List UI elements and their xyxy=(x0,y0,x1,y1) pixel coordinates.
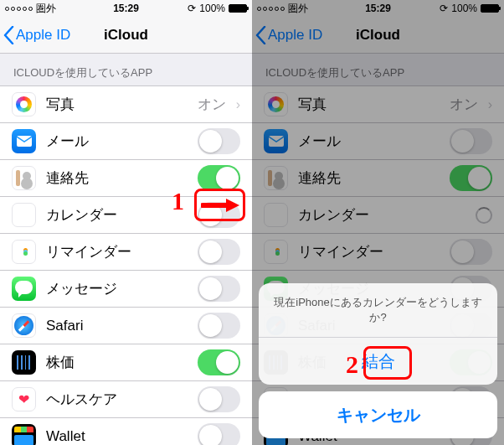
back-button[interactable]: Apple ID xyxy=(0,26,70,44)
mail-icon xyxy=(12,129,36,153)
switch-calendar[interactable] xyxy=(198,202,240,228)
clock: 15:29 xyxy=(0,3,252,14)
row-label: Wallet xyxy=(46,428,188,445)
switch-contacts[interactable] xyxy=(198,165,240,191)
section-header: ICLOUDを使用しているAPP xyxy=(0,54,252,85)
row-label: リマインダー xyxy=(46,242,188,261)
switch-mail[interactable] xyxy=(198,128,240,154)
switch-messages[interactable] xyxy=(198,276,240,302)
sheet-cancel[interactable]: キャンセル xyxy=(259,391,497,438)
phone-right: 圏外 15:29 ⟳100% Apple ID iCloud ICLOUDを使用… xyxy=(252,0,504,445)
nav-bar: Apple ID iCloud xyxy=(0,17,252,54)
row-label: メッセージ xyxy=(46,279,188,298)
switch-safari[interactable] xyxy=(198,313,240,339)
row-safari[interactable]: Safari xyxy=(0,308,252,344)
contacts-icon xyxy=(12,166,36,190)
row-label: Safari xyxy=(46,318,188,334)
app-list: 写真 オン › メール 連絡先 カレンダー リマインダー xyxy=(0,85,252,445)
row-calendar[interactable]: カレンダー xyxy=(0,197,252,234)
chevron-left-icon xyxy=(3,26,14,44)
row-label: メール xyxy=(46,132,188,151)
row-reminders[interactable]: リマインダー xyxy=(0,234,252,271)
row-label: 写真 xyxy=(46,95,188,114)
sheet-message: 現在iPhoneにあるカレンダーをどうしますか? xyxy=(259,283,497,338)
health-icon xyxy=(12,387,36,411)
back-label: Apple ID xyxy=(16,27,70,44)
row-label: ヘルスケア xyxy=(46,390,188,409)
row-label: カレンダー xyxy=(46,205,188,225)
switch-stocks[interactable] xyxy=(198,349,240,375)
sheet-action-merge[interactable]: 結合 xyxy=(259,338,497,385)
reminders-icon xyxy=(12,240,36,264)
row-contacts[interactable]: 連絡先 xyxy=(0,160,252,197)
row-label: 連絡先 xyxy=(46,168,188,188)
row-messages[interactable]: メッセージ xyxy=(0,271,252,308)
row-label: 株価 xyxy=(46,353,188,372)
status-bar: 圏外 15:29 ⟳100% xyxy=(0,0,252,17)
battery-icon xyxy=(229,4,247,13)
row-photos[interactable]: 写真 オン › xyxy=(0,86,252,123)
row-stocks[interactable]: 株価 xyxy=(0,344,252,381)
switch-reminders[interactable] xyxy=(198,239,240,265)
chevron-right-icon: › xyxy=(236,97,240,112)
row-wallet[interactable]: Wallet xyxy=(0,418,252,445)
phone-left: 圏外 15:29 ⟳100% Apple ID iCloud ICLOUDを使用… xyxy=(0,0,252,445)
row-value: オン xyxy=(198,95,226,114)
switch-wallet[interactable] xyxy=(198,423,240,445)
row-mail[interactable]: メール xyxy=(0,123,252,160)
stocks-icon xyxy=(12,350,36,375)
envelope-icon xyxy=(17,136,32,147)
row-health[interactable]: ヘルスケア xyxy=(0,381,252,418)
photos-icon xyxy=(12,92,36,116)
wallet-icon xyxy=(12,424,36,445)
calendar-icon xyxy=(12,203,36,227)
messages-icon xyxy=(12,277,36,301)
switch-health[interactable] xyxy=(198,386,240,412)
action-sheet: 現在iPhoneにあるカレンダーをどうしますか? 結合 キャンセル xyxy=(259,283,497,438)
safari-icon xyxy=(12,313,36,338)
